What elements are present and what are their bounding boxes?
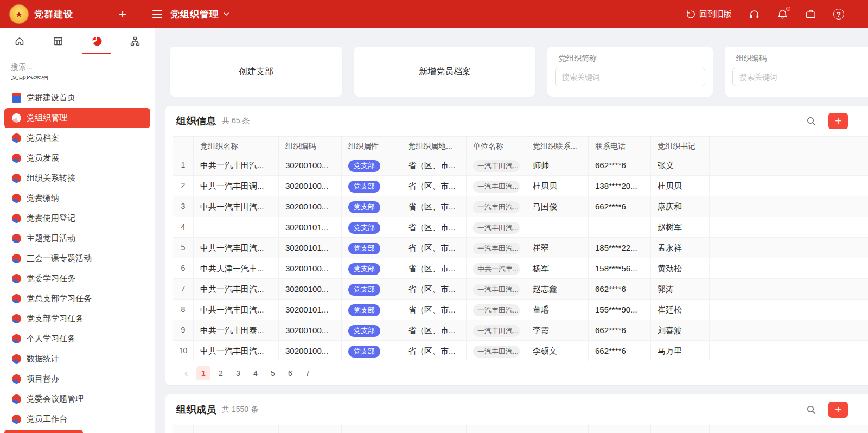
- search-icon[interactable]: [806, 405, 816, 415]
- sidebar-item[interactable]: 党费缴纳: [0, 188, 155, 208]
- tab-party-building[interactable]: [78, 28, 116, 54]
- attr-badge: 党支部: [348, 160, 380, 172]
- pagination-page[interactable]: 4: [248, 366, 263, 380]
- sidebar-item[interactable]: 党总支部学习任务: [0, 289, 155, 309]
- unit-pill: 一汽丰田汽...: [473, 346, 520, 358]
- sidebar-item[interactable]: 数据统计: [0, 349, 155, 369]
- sidebar: 支部风采墙 党群建设首页 党组织管理 党员档案: [0, 28, 155, 433]
- topbar-add-button[interactable]: +: [119, 8, 126, 21]
- sidebar-item[interactable]: 党委学习任务: [0, 269, 155, 289]
- attr-badge: 党支部: [348, 346, 380, 358]
- sidebar-item[interactable]: 党费使用登记: [0, 208, 155, 228]
- org-name-cell: 中共一汽丰田汽...: [194, 238, 279, 258]
- menu-toggle-icon[interactable]: [152, 10, 162, 18]
- unit-name-cell: 一汽丰田汽...: [467, 217, 526, 237]
- unit-pill: 一汽丰田汽...: [473, 325, 520, 337]
- sidebar-item[interactable]: 党员工作台: [0, 409, 155, 429]
- pagination-page[interactable]: 2: [214, 366, 228, 380]
- org-name-cell: 中共一汽丰田汽...: [194, 155, 279, 175]
- section-count: 共 1550 条: [222, 405, 258, 415]
- help-icon[interactable]: ?: [833, 9, 844, 20]
- row-index-cell: 8: [173, 300, 194, 320]
- back-to-old-version-button[interactable]: 回到旧版: [686, 9, 732, 20]
- sidebar-item[interactable]: 党员档案: [0, 128, 155, 148]
- tab-workflow[interactable]: [116, 28, 155, 54]
- contact-cell: 马国俊: [526, 196, 589, 217]
- filter-card: 组织编码: [725, 47, 868, 97]
- org-code-cell: 30200100...: [279, 258, 342, 278]
- unit-pill: 一汽丰田汽...: [473, 222, 520, 234]
- table-row[interactable]: 1 中共一汽丰田汽... 30200100... 党支部 省（区、市... 一汽…: [173, 155, 868, 176]
- table-row[interactable]: 2 中共一汽丰田调... 30200100... 党支部 省（区、市... 一汽…: [173, 176, 868, 196]
- pagination-page[interactable]: 5: [266, 366, 280, 380]
- add-member-archive-button[interactable]: 新增党员档案: [354, 47, 535, 97]
- pie-icon: [12, 254, 21, 263]
- search-icon[interactable]: [806, 116, 816, 126]
- support-headset-icon[interactable]: [749, 9, 760, 20]
- pie-icon: [12, 415, 21, 424]
- create-branch-button[interactable]: 创建支部: [170, 47, 342, 97]
- unit-name-cell: 一汽丰田汽...: [467, 341, 526, 361]
- add-org-button[interactable]: +: [828, 113, 848, 129]
- sidebar-item[interactable]: 项目督办: [0, 369, 155, 389]
- table-row[interactable]: 8 中共一汽丰田汽... 30200101... 党支部 省（区、市... 一汽…: [173, 300, 868, 320]
- pagination-page[interactable]: 6: [283, 366, 297, 380]
- unit-name-cell: 一汽丰田汽...: [467, 155, 526, 175]
- sidebar-item[interactable]: 党委会议题管理: [0, 389, 155, 409]
- sidebar-item[interactable]: 主题党日活动: [0, 228, 155, 249]
- empty-cell: [710, 196, 868, 217]
- sidebar-search-input[interactable]: [11, 62, 136, 71]
- pie-icon: [12, 274, 21, 283]
- table-row[interactable]: 7 中共一汽丰田汽... 30200100... 党支部 省（区、市... 一汽…: [173, 279, 868, 300]
- secretary-cell: 刘喜波: [651, 320, 710, 340]
- org-region-cell: 省（区、市...: [401, 341, 467, 361]
- table-row[interactable]: 4 30200101... 党支部 省（区、市... 一汽丰田汽... 赵树军: [173, 217, 868, 238]
- row-index-cell: 3: [173, 196, 194, 217]
- contact-cell: 董瑶: [526, 300, 589, 320]
- table-row[interactable]: 6 中共天津一汽丰... 30200100... 党支部 省（区、市... 中共…: [173, 258, 868, 279]
- pagination-page[interactable]: 7: [301, 366, 315, 380]
- table-row[interactable]: 5 中共一汽丰田汽... 30200101... 党支部 省（区、市... 一汽…: [173, 238, 868, 258]
- org-attr-cell: 党支部: [342, 155, 401, 175]
- tab-home[interactable]: [0, 28, 39, 54]
- pagination-page[interactable]: 3: [231, 366, 245, 380]
- org-name-cell: 中共一汽丰田汽...: [194, 279, 279, 299]
- sidebar-item[interactable]: 个人学习任务: [0, 329, 155, 349]
- phone-cell: 155****90...: [589, 300, 651, 320]
- pagination-prev[interactable]: ‹: [179, 366, 193, 380]
- sidebar-item[interactable]: 党群建设首页: [0, 88, 155, 108]
- tab-apps[interactable]: [39, 28, 77, 54]
- filter-search-input[interactable]: [555, 68, 705, 86]
- table-row[interactable]: 3 中共一汽丰田汽... 30200100... 党支部 省（区、市... 一汽…: [173, 196, 868, 217]
- unit-name-cell: 一汽丰田汽...: [467, 238, 526, 258]
- unit-pill: 一汽丰田汽...: [473, 201, 520, 213]
- table-row[interactable]: 9 中共一汽丰田泰... 30200100... 党支部 省（区、市... 一汽…: [173, 320, 868, 341]
- app-logo: ★: [10, 5, 28, 23]
- org-attr-cell: 党支部: [342, 279, 401, 299]
- secretary-cell: 康庆和: [651, 196, 710, 217]
- unit-name-cell: 一汽丰田汽...: [467, 320, 526, 340]
- secretary-cell: 郭涛: [651, 279, 710, 299]
- sidebar-item[interactable]: 组织关系转接: [0, 168, 155, 188]
- org-region-cell: 省（区、市...: [401, 176, 467, 196]
- org-region-cell: 省（区、市...: [401, 279, 467, 299]
- notifications-bell-icon[interactable]: [777, 9, 788, 20]
- sidebar-item[interactable]: 党支部学习任务: [0, 309, 155, 329]
- row-index-cell: 2: [173, 176, 194, 196]
- phone-cell: 158****56...: [589, 258, 651, 278]
- empty-cell: [710, 341, 868, 361]
- row-index-cell: 6: [173, 258, 194, 278]
- sidebar-item[interactable]: 党员发展: [0, 148, 155, 168]
- sidebar-item[interactable]: 党组织管理: [4, 108, 150, 128]
- add-member-button[interactable]: +: [828, 402, 848, 418]
- clipped-menu-item[interactable]: 支部风采墙: [11, 76, 155, 83]
- briefcase-icon[interactable]: [805, 9, 816, 20]
- table-row[interactable]: 10 中共一汽丰田汽... 30200100... 党支部 省（区、市... 一…: [173, 341, 868, 361]
- filter-search-input[interactable]: [732, 68, 868, 86]
- pie-icon: [12, 133, 21, 143]
- sidebar-item[interactable]: 三会一课专题活动: [0, 249, 155, 269]
- pagination-page[interactable]: 1: [196, 366, 210, 380]
- page-title-dropdown[interactable]: 党组织管理: [170, 8, 229, 21]
- pie-icon: [12, 394, 21, 404]
- org-info-header: 组织信息 共 65 条 +: [173, 106, 868, 136]
